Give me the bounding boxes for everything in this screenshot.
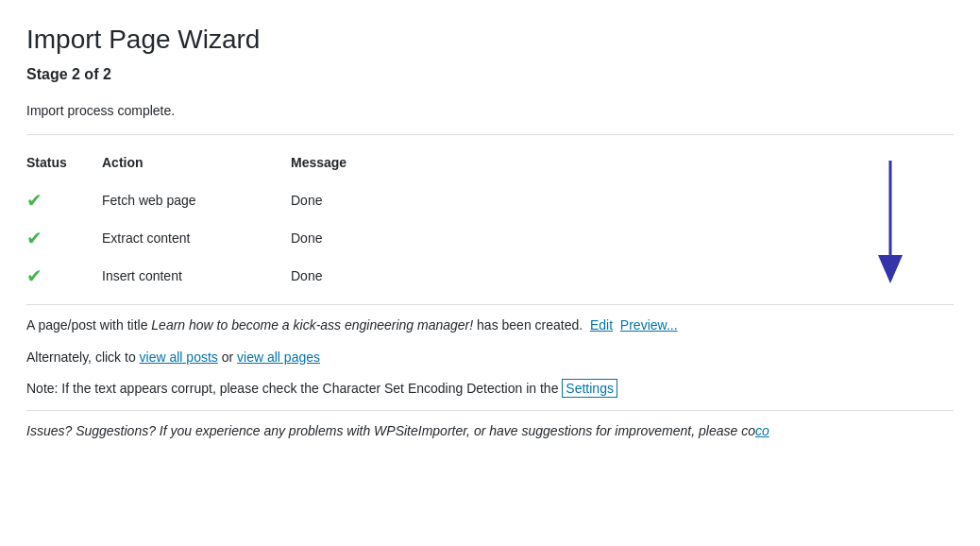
- message-cell-2: Done: [291, 219, 480, 257]
- page-title: Import Page Wizard: [26, 23, 954, 57]
- status-check-3: ✔: [26, 257, 102, 295]
- svg-marker-1: [878, 255, 903, 283]
- table-row: ✔ Fetch web page Done: [26, 181, 954, 219]
- col-header-message: Message: [291, 148, 480, 180]
- result-title: Learn how to become a kick-ass engineeri…: [151, 317, 473, 333]
- divider-1: [26, 134, 954, 135]
- view-all-pages-link[interactable]: view all pages: [237, 350, 320, 365]
- alternate-line: Alternately, click to view all posts or …: [26, 347, 954, 369]
- action-cell-1: Fetch web page: [102, 181, 291, 219]
- preview-link[interactable]: Preview...: [620, 317, 678, 333]
- down-arrow-icon: [876, 161, 904, 283]
- issues-line: Issues? Suggestions? If you experience a…: [26, 410, 954, 441]
- note-line: Note: If the text appears corrupt, pleas…: [26, 378, 954, 401]
- col-header-status: Status: [26, 148, 102, 180]
- or-text: or: [218, 350, 237, 365]
- view-all-posts-link[interactable]: view all posts: [140, 350, 218, 365]
- arrow-container: [876, 161, 904, 283]
- result-section: A page/post with title Learn how to beco…: [26, 304, 954, 401]
- result-line: A page/post with title Learn how to beco…: [26, 315, 954, 337]
- alternate-text: Alternately, click to: [26, 350, 140, 365]
- note-text: Note: If the text appears corrupt, pleas…: [26, 381, 562, 396]
- col-header-action: Action: [102, 148, 291, 180]
- action-cell-3: Insert content: [102, 257, 291, 295]
- table-row: ✔ Insert content Done: [26, 257, 954, 295]
- status-check-2: ✔: [26, 219, 102, 257]
- table-row: ✔ Extract content Done: [26, 219, 954, 257]
- edit-link[interactable]: Edit: [590, 317, 613, 333]
- issues-text: Issues? Suggestions? If you experience a…: [26, 423, 755, 438]
- checkmark-icon-1: ✔: [26, 185, 42, 215]
- checkmark-icon-2: ✔: [26, 223, 42, 253]
- result-text-before: A page/post with title: [26, 317, 151, 333]
- result-text-after: has been created.: [473, 317, 583, 333]
- status-check-1: ✔: [26, 181, 102, 219]
- import-complete-text: Import process complete.: [26, 100, 954, 121]
- stage-label: Stage 2 of 2: [26, 62, 954, 87]
- status-table: Status Action Message ✔ Fetch web page D…: [26, 148, 954, 294]
- issues-link[interactable]: co: [755, 423, 769, 438]
- checkmark-icon-3: ✔: [26, 261, 42, 291]
- settings-link[interactable]: Settings: [562, 379, 617, 398]
- page-wrap: Import Page Wizard Stage 2 of 2 Import p…: [0, 0, 980, 546]
- message-cell-3: Done: [291, 257, 480, 295]
- action-cell-2: Extract content: [102, 219, 291, 257]
- message-cell-1: Done: [291, 181, 480, 219]
